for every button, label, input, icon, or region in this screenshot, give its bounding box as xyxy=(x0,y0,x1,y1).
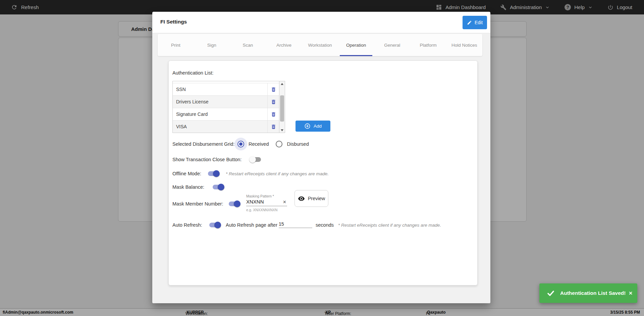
trash-icon xyxy=(271,124,276,130)
fi-settings-dialog: FI Settings Edit Print Sign Scan Archive… xyxy=(152,12,490,303)
masking-pattern-field: Masking Pattern * ✕ e.g. XNXXNNXNXN xyxy=(246,194,287,212)
settings-tabs: Print Sign Scan Archive Workstation Oper… xyxy=(158,34,482,56)
success-toast: Authentication List Saved! xyxy=(539,283,637,303)
mask-member-row: Mask Member Number: Masking Pattern * ✕ … xyxy=(169,199,477,209)
masking-pattern-label: Masking Pattern * xyxy=(246,194,287,198)
auth-list-row: Signature Card xyxy=(173,108,279,121)
delete-auth-item-button[interactable] xyxy=(267,121,279,133)
auto-refresh-prefix: Auto Refresh page after xyxy=(226,222,277,228)
disbursement-grid-label: Selected Disbursement Grid: xyxy=(172,141,234,147)
trash-icon xyxy=(271,111,276,117)
scroll-up-button[interactable] xyxy=(279,81,285,86)
auth-item-label: SSN xyxy=(173,87,267,92)
offline-mode-label: Offline Mode: xyxy=(172,171,201,176)
disbursement-grid-row: Selected Disbursement Grid: Received Dis… xyxy=(169,139,477,149)
add-button[interactable]: Add xyxy=(296,121,330,132)
radio-selected-icon xyxy=(237,141,244,147)
tab-operation[interactable]: Operation xyxy=(338,34,374,56)
edit-button-label: Edit xyxy=(475,20,483,25)
auto-refresh-suffix: seconds xyxy=(316,222,334,228)
auto-refresh-toggle[interactable] xyxy=(209,222,221,228)
tab-print[interactable]: Print xyxy=(158,34,194,56)
add-circle-icon xyxy=(304,123,311,129)
tab-platform[interactable]: Platform xyxy=(410,34,446,56)
authentication-list: SSN Drivers License Signat xyxy=(172,81,285,133)
scroll-down-icon xyxy=(281,129,283,131)
disbursement-radio-group: Received Disbursed xyxy=(234,138,309,150)
mask-member-toggle[interactable] xyxy=(228,200,240,207)
edit-button[interactable]: Edit xyxy=(463,16,487,29)
tab-general[interactable]: General xyxy=(374,34,410,56)
offline-mode-row: Offline Mode: * Restart eReceipts client… xyxy=(169,169,477,178)
show-close-label: Show Transaction Close Button: xyxy=(172,157,241,162)
delete-auth-item-button[interactable] xyxy=(267,96,279,108)
scrollbar-thumb[interactable] xyxy=(280,95,284,122)
dialog-title: FI Settings xyxy=(160,19,187,25)
mask-member-label: Mask Member Number: xyxy=(172,201,223,207)
dialog-body: Print Sign Scan Archive Workstation Oper… xyxy=(152,33,490,303)
auth-list-row: SSN xyxy=(173,83,279,96)
edit-pencil-icon xyxy=(467,20,472,25)
preview-button-label: Preview xyxy=(308,196,325,201)
scroll-down-button[interactable] xyxy=(279,128,285,133)
radio-disbursed-label: Disbursed xyxy=(287,141,309,147)
delete-auth-item-button[interactable] xyxy=(267,83,279,95)
auth-item-label: Drivers License xyxy=(173,99,267,104)
auto-refresh-row: Auto Refresh: Auto Refresh page after se… xyxy=(169,220,477,230)
radio-disbursed[interactable]: Disbursed xyxy=(273,138,309,150)
delete-auth-item-button[interactable] xyxy=(267,108,279,120)
auth-list-scrollbar[interactable] xyxy=(279,81,285,133)
masking-pattern-input[interactable] xyxy=(246,199,278,205)
clear-input-icon[interactable]: ✕ xyxy=(283,199,286,205)
add-button-label: Add xyxy=(314,124,322,129)
close-icon[interactable] xyxy=(629,290,633,296)
auth-item-label: VISA xyxy=(173,124,267,129)
masking-pattern-helper: e.g. XNXXNNXNXN xyxy=(246,208,287,212)
mask-balance-label: Mask Balance: xyxy=(172,184,204,190)
trash-icon xyxy=(271,87,276,92)
eye-icon xyxy=(298,195,305,202)
scroll-up-icon xyxy=(281,83,283,85)
mask-balance-toggle[interactable] xyxy=(212,184,224,190)
tab-scan[interactable]: Scan xyxy=(230,34,266,56)
auto-refresh-seconds-input[interactable] xyxy=(279,221,312,228)
offline-mode-toggle[interactable] xyxy=(208,170,220,177)
auth-list-label: Authentication List: xyxy=(172,70,214,76)
radio-received-label: Received xyxy=(249,141,269,147)
tab-archive[interactable]: Archive xyxy=(266,34,302,56)
auth-list-row: Drivers License xyxy=(173,96,279,108)
preview-button[interactable]: Preview xyxy=(294,190,328,207)
operation-tab-panel: Authentication List: SSN Drivers License xyxy=(168,60,478,285)
show-close-toggle[interactable] xyxy=(249,156,261,163)
trash-icon xyxy=(271,99,276,105)
show-close-row: Show Transaction Close Button: xyxy=(169,155,477,164)
dialog-header: FI Settings Edit xyxy=(152,12,490,33)
auto-refresh-label: Auto Refresh: xyxy=(172,222,202,228)
app-root: Refresh Admin Dashboard Administration H… xyxy=(0,0,644,316)
radio-received[interactable]: Received xyxy=(234,138,269,150)
check-icon xyxy=(547,289,555,297)
offline-mode-note: * Restart eReceipts client if any change… xyxy=(226,171,329,176)
tab-workstation[interactable]: Workstation xyxy=(302,34,338,56)
auth-list-rows: SSN Drivers License Signat xyxy=(173,81,279,133)
auto-refresh-note: * Restart eReceipts client if any change… xyxy=(338,223,441,228)
auth-list-row: VISA xyxy=(173,121,279,133)
auth-item-label: Signature Card xyxy=(173,111,267,117)
tab-sign[interactable]: Sign xyxy=(194,34,230,56)
toast-message: Authentication List Saved! xyxy=(560,290,626,296)
radio-unselected-icon xyxy=(276,141,282,147)
tab-hold-notices[interactable]: Hold Notices xyxy=(446,34,483,56)
